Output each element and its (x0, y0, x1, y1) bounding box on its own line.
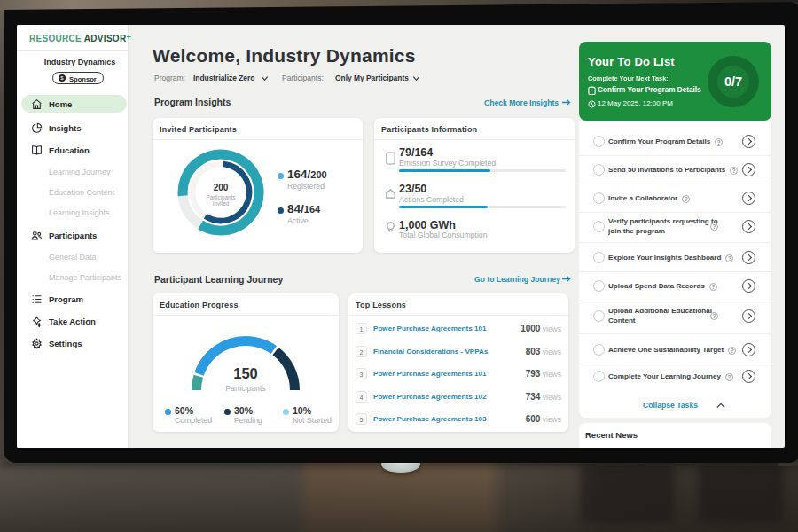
svg-text:200: 200 (214, 183, 229, 192)
svg-text:Invited: Invited (213, 200, 230, 207)
